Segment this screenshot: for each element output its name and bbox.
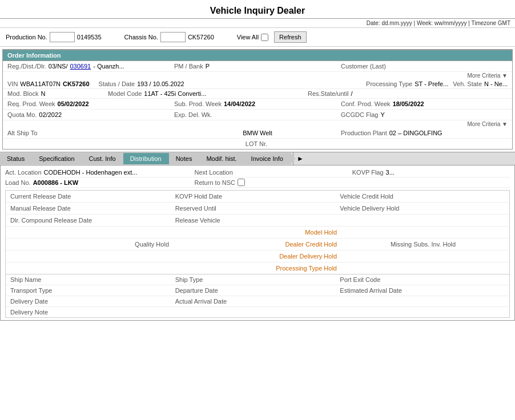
mod-block-label: Mod. Block [7, 90, 38, 97]
dlr-compound-cell: Dlr. Compound Release Date [10, 217, 175, 224]
holds-section: Current Release Date KOVP Hold Date Vehi… [5, 190, 510, 274]
veh-state-value: N - Ne... [484, 80, 508, 87]
req-prod-week-label: Req. Prod. Week [7, 100, 55, 107]
order-info-section: Order Information Reg./Dist./Dlr. 03/NS/… [2, 49, 513, 150]
empty-right-6 [341, 253, 505, 260]
empty-left-7 [10, 265, 174, 272]
port-exit-code-cell: Port Exit Code [340, 276, 505, 283]
status-value: 193 / 10.05.2022 [137, 80, 184, 87]
view-all-label: View All [237, 34, 259, 41]
vehicle-delivery-hold-cell: Vehicle Delivery Hold [340, 205, 505, 212]
estimated-arrival-label: Estimated Arrival Date [340, 287, 402, 294]
production-no-label: Production No. [6, 34, 47, 41]
refresh-button[interactable]: Refresh [274, 31, 307, 43]
conf-prod-week-value: 18/05/2022 [393, 100, 424, 107]
view-all-checkbox[interactable] [261, 34, 268, 41]
release-vehicle-label: Release Vehicle [175, 217, 220, 224]
gcgdc-flag-label: GCGDC Flag [341, 111, 378, 118]
delivery-date-label: Delivery Date [10, 298, 48, 305]
release-vehicle-cell: Release Vehicle [175, 217, 340, 224]
return-to-nsc-checkbox[interactable] [238, 179, 245, 186]
model-code-value: 11AT - 425i Converti... [144, 90, 206, 97]
sub-prod-week-value: 14/04/2022 [224, 100, 255, 107]
current-release-date-cell: Current Release Date [10, 193, 175, 200]
tab-status[interactable]: Status [0, 153, 37, 164]
quality-hold-label: Quality Hold [10, 241, 174, 248]
actual-arrival-cell: Actual Arrival Date [175, 298, 340, 305]
view-all-group: View All [237, 34, 268, 41]
reg-link[interactable]: 030691 [70, 63, 91, 70]
chassis-no-input[interactable] [160, 32, 186, 42]
processing-type-label: Processing Type [366, 80, 412, 87]
transport-type-label: Transport Type [10, 287, 52, 294]
empty-right-7 [341, 265, 505, 272]
reg-suffix: - Quanzh... [93, 63, 124, 70]
dealer-credit-hold-label: Dealer Credit Hold [285, 241, 337, 248]
tab-cust-info[interactable]: Cust. Info [82, 153, 128, 164]
dealer-delivery-hold-cell: Dealer Delivery Hold [174, 253, 341, 260]
bmw-welt-value: BMW Welt [243, 130, 272, 136]
more-criteria-2[interactable]: More Criteria [3, 120, 512, 128]
chassis-no-label: Chassis No. [124, 34, 158, 41]
date-line: Date: dd.mm.yyyy | Week: ww/mm/yyyy | Ti… [0, 19, 515, 28]
pm-bank-value: P [206, 63, 210, 70]
empty-right-4 [341, 229, 505, 236]
quota-mo-value: 02/2022 [39, 111, 62, 118]
tab-notes[interactable]: Notes [169, 153, 204, 164]
production-no-group: Production No. 0149535 [6, 32, 102, 42]
current-release-date-label: Current Release Date [10, 193, 71, 200]
return-to-nsc-label: Return to NSC [195, 179, 236, 186]
vehicle-credit-hold-label: Vehicle Credit Hold [340, 193, 393, 200]
distribution-content: Act. Location CODEHODH - Hodenhagen ext.… [0, 165, 515, 321]
dealer-delivery-hold-label: Dealer Delivery Hold [279, 253, 337, 260]
mod-block-value: N [41, 90, 45, 97]
kovp-hold-date-cell: KOVP Hold Date [175, 193, 340, 200]
model-hold-cell: Model Hold [174, 229, 341, 236]
processing-type-hold-label: Processing Type Hold [276, 265, 337, 272]
chassis-no-group: Chassis No. CK57260 [124, 32, 214, 42]
production-plant-value: 02 – DINGOLFING [389, 130, 442, 136]
delivery-note-label: Delivery Note [10, 309, 48, 316]
tab-specification[interactable]: Specification [32, 153, 86, 164]
veh-state-label: Veh. State [453, 80, 482, 87]
reserved-until-label: Reserved Until [175, 205, 216, 212]
dealer-credit-hold-cell: Dealer Credit Hold [174, 241, 341, 248]
processing-type-value: ST - Prefe... [415, 80, 448, 87]
missing-subs-cell: Missing Subs. Inv. Hold [341, 241, 505, 248]
empty-ship-3 [340, 298, 505, 305]
toolbar: Production No. 0149535 Chassis No. CK572… [0, 28, 515, 47]
vin-label: VIN [7, 80, 18, 87]
vin-value: WBA11AT07N [20, 80, 61, 87]
production-no-input[interactable] [50, 32, 75, 42]
port-exit-code-label: Port Exit Code [340, 276, 380, 283]
status-label: Status / Date [99, 80, 135, 87]
tabs-bar: Status Specification Cust. Info Distribu… [0, 152, 515, 165]
reserved-until-cell: Reserved Until [175, 205, 340, 212]
alt-ship-to-label: Alt Ship To [7, 130, 37, 136]
empty-left-6 [10, 253, 174, 260]
ship-type-label: Ship Type [175, 276, 203, 283]
act-location-label: Act. Location [5, 169, 42, 176]
ship-name-cell: Ship Name [10, 276, 175, 283]
kovp-hold-date-label: KOVP Hold Date [175, 193, 222, 200]
reg-label: Reg./Dist./Dlr. [7, 63, 46, 70]
missing-subs-label: Missing Subs. Inv. Hold [391, 241, 456, 248]
chassis-no-value: CK57260 [188, 34, 214, 41]
vehicle-delivery-hold-label: Vehicle Delivery Hold [340, 205, 399, 212]
page-title: Vehicle Inquiry Dealer [0, 0, 515, 19]
ship-section: Ship Name Ship Type Port Exit Code Trans… [5, 274, 510, 318]
empty-left-4 [10, 229, 174, 236]
tab-invoice-info[interactable]: Invoice Info [244, 153, 295, 164]
more-criteria-1[interactable]: More Criteria [3, 72, 512, 79]
tab-modif-hist[interactable]: Modif. hist. [199, 153, 248, 164]
res-state-value: / [351, 90, 353, 97]
tab-distribution[interactable]: Distribution [123, 153, 174, 164]
res-state-label: Res.State/until [308, 90, 349, 97]
load-no-label: Load No. [5, 179, 31, 186]
act-location-value: CODEHODH - Hodenhagen ext... [44, 169, 138, 176]
sub-prod-week-label: Sub. Prod. Week [174, 100, 222, 107]
manual-release-date-label: Manual Release Date [10, 205, 71, 212]
delivery-note-cell: Delivery Note [10, 309, 175, 316]
production-plant-label: Production Plant [341, 130, 387, 136]
departure-date-cell: Departure Date [175, 287, 340, 294]
